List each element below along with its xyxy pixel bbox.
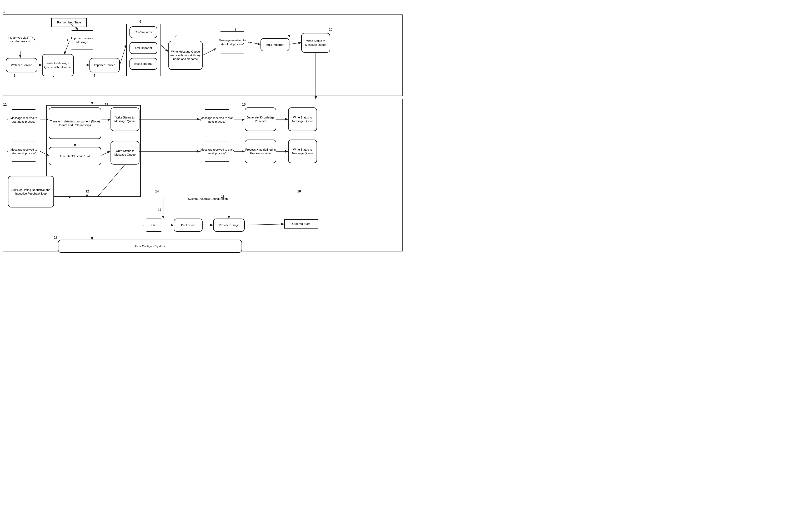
write-status-16b-node: Write Status to Message Queue — [288, 139, 317, 163]
publication-node: Publication — [174, 219, 203, 232]
num-8: 8 — [235, 28, 236, 31]
num-9: 9 — [288, 34, 290, 38]
type-x-importer-node: Type x importer — [129, 58, 157, 70]
system-dynamic-label: System Dynamic Configuration — [184, 193, 232, 204]
write-mq-entry-node: Write Message Queue entry with Import li… — [168, 41, 203, 70]
file-arrives-node: File arrives via FTP or other means — [6, 28, 35, 51]
num-14: 14 — [155, 190, 159, 193]
write-status-10-node: Write Status to Message Queue — [301, 33, 330, 53]
msg-start-first-node: Message received to start first 'process… — [216, 31, 249, 53]
write-mq-filename-node: Write to Message Queue with Filename — [42, 54, 74, 76]
process-x-node: Process X as defined in Processes table — [245, 139, 276, 163]
diagram: 1 2 3 4 5 6 7 8 9 10 11 12 13 14 15 16 1… — [0, 0, 406, 258]
provider-usage-node: Provider Usage — [213, 219, 245, 232]
watcher-service-node: Watcher Service — [6, 58, 37, 73]
num-16: 16 — [297, 190, 301, 193]
write-status-15b-node: Write Status to Message Queue — [288, 107, 317, 131]
write-status-14-node: Write Status to Message Queue — [111, 141, 140, 165]
num-10: 10 — [329, 28, 332, 31]
importer-receives-node: Importer receives Message — [67, 30, 97, 50]
msg-start-next-11-node: Message received to start next 'process' — [7, 109, 40, 130]
csv-importer-node: CSV Importer — [129, 26, 157, 38]
transform-data-node: Transform data into component (Node) for… — [49, 107, 101, 139]
ordered-state-node: Ordered State — [284, 219, 318, 228]
num-4: 4 — [93, 74, 95, 77]
msg-start-next-16-node: Message received to start next 'process' — [200, 141, 234, 162]
msg-start-next-15-node: Message received to start next 'process' — [200, 109, 234, 130]
write-status-13a-node: Write Status to Message Queue — [111, 107, 140, 131]
importer-service-node: Importer Service — [89, 58, 120, 73]
generate-kp-node: Generate 'Knowledge Pointers' — [245, 107, 276, 131]
num-1: 1 — [3, 10, 5, 14]
num-6: 6 — [140, 20, 141, 23]
randomised-state-node: Randomised State — [51, 18, 87, 27]
bulk-importer-node: Bulk Importer — [260, 38, 289, 51]
num-2: 2 — [14, 74, 16, 77]
self-regulating-node: Self Regulating Deductive and Inductive … — [8, 176, 54, 208]
num-19: 19 — [54, 236, 57, 239]
num-15: 15 — [242, 103, 245, 106]
num-17: 17 — [158, 208, 161, 212]
user-configure-node: User Configure System — [58, 240, 242, 253]
generate-clustered-node: Generate 'Clustered' data — [49, 147, 101, 165]
xml-importer-node: XML importer — [129, 42, 157, 54]
num-7: 7 — [175, 34, 177, 38]
num-11: 11 — [3, 103, 7, 106]
etc-node: Etc. — [143, 219, 165, 232]
msg-start-next-row2-node: Message received to start next 'process' — [7, 141, 40, 162]
